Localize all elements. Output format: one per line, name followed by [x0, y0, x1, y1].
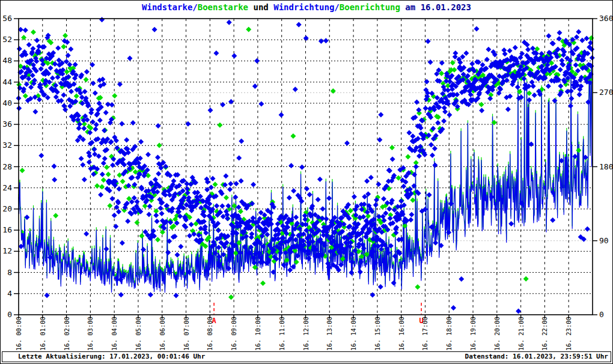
svg-text:0: 0	[7, 310, 12, 319]
svg-text:20: 20	[2, 204, 12, 213]
svg-text:28: 28	[2, 162, 12, 171]
svg-text:16. 11:00: 16. 11:00	[278, 317, 285, 351]
svg-text:56: 56	[2, 14, 12, 23]
svg-text:4: 4	[7, 289, 12, 298]
svg-text:16. 16:00: 16. 16:00	[398, 317, 405, 351]
wind-chart-page: Windstarke/Boenstarke und Windrichtung/B…	[0, 0, 613, 364]
svg-text:16. 07:00: 16. 07:00	[183, 317, 190, 351]
last-update-text: Letzte Aktualisierung: 17.01.2023, 00:01…	[18, 352, 205, 361]
svg-text:90: 90	[599, 236, 609, 245]
svg-text:16. 20:00: 16. 20:00	[493, 317, 501, 351]
status-bar: Letzte Aktualisierung: 17.01.2023, 00:01…	[2, 351, 611, 362]
svg-text:16. 10:00: 16. 10:00	[254, 317, 261, 351]
svg-text:16. 05:00: 16. 05:00	[135, 317, 142, 351]
svg-text:16. 14:00: 16. 14:00	[350, 317, 357, 351]
svg-text:16. 00:00: 16. 00:00	[15, 317, 22, 351]
svg-text:16. 01:00: 16. 01:00	[39, 317, 46, 351]
svg-text:16. 19:00: 16. 19:00	[469, 317, 477, 351]
svg-text:16. 04:00: 16. 04:00	[111, 317, 118, 351]
data-timestamp-text: Datenstand: 16.01.2023, 23:59:51 Uhr	[465, 352, 608, 361]
svg-text:24: 24	[2, 183, 12, 192]
svg-text:180: 180	[599, 162, 612, 171]
svg-text:16. 06:00: 16. 06:00	[159, 317, 166, 351]
svg-text:8: 8	[7, 268, 12, 277]
svg-text:52: 52	[2, 35, 12, 44]
svg-text:16. 23:00: 16. 23:00	[565, 317, 572, 351]
wind-direction-chart: AU04812162024283236404448525609018027036…	[1, 1, 612, 351]
svg-text:36: 36	[2, 120, 12, 129]
svg-text:16. 17:00: 16. 17:00	[421, 317, 428, 351]
svg-text:360: 360	[599, 14, 612, 23]
svg-text:32: 32	[2, 141, 12, 150]
svg-text:16. 03:00: 16. 03:00	[87, 317, 94, 351]
svg-text:0: 0	[599, 310, 604, 319]
svg-text:270: 270	[599, 88, 612, 97]
svg-text:16. 21:00: 16. 21:00	[517, 317, 525, 351]
svg-text:40: 40	[2, 99, 12, 108]
svg-text:16. 09:00: 16. 09:00	[230, 317, 237, 351]
svg-text:44: 44	[2, 77, 12, 86]
svg-text:16. 18:00: 16. 18:00	[445, 317, 453, 351]
svg-text:16. 12:00: 16. 12:00	[302, 317, 310, 351]
svg-text:16. 22:00: 16. 22:00	[541, 317, 548, 351]
svg-text:16. 13:00: 16. 13:00	[326, 317, 333, 351]
svg-text:48: 48	[2, 56, 12, 65]
svg-text:16. 02:00: 16. 02:00	[63, 317, 70, 351]
svg-text:16. 15:00: 16. 15:00	[374, 317, 381, 351]
svg-text:16. 08:00: 16. 08:00	[206, 317, 213, 351]
svg-text:12: 12	[2, 246, 12, 255]
svg-text:16: 16	[2, 225, 12, 234]
